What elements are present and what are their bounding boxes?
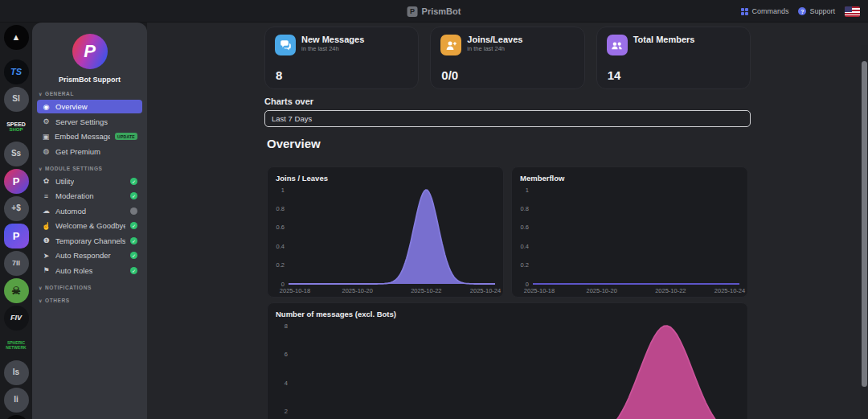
- sidebar-item-auto-responder[interactable]: ➤Auto Responder✓: [37, 249, 142, 262]
- sidebar: P PrismBot Support ∨GENERAL◉Overview⚙Ser…: [32, 23, 147, 419]
- server-netwerk[interactable]: SPHERICNETWERK: [4, 333, 29, 358]
- range-select-value: Last 7 Days: [272, 114, 312, 123]
- automod-icon: ☁: [42, 207, 51, 215]
- channel-icon: ❶: [42, 236, 51, 244]
- server-art[interactable]: ▲: [4, 25, 29, 50]
- scrollbar-track[interactable]: [861, 45, 868, 419]
- section-label: NOTIFICATIONS: [45, 285, 92, 290]
- stat-cards: New Messagesin the last 24h8Joins/Leaves…: [264, 27, 751, 89]
- svg-text:6: 6: [285, 351, 288, 358]
- sidebar-item-automod[interactable]: ☁Automod: [37, 204, 142, 218]
- server-p-gradient[interactable]: P: [4, 169, 29, 194]
- stat-text: Joins/Leavesin the last 24h: [467, 35, 522, 52]
- svg-text:0.8: 0.8: [521, 205, 529, 212]
- svg-text:2025-10-22: 2025-10-22: [655, 287, 686, 294]
- module-status-on-icon: ✓: [130, 237, 137, 244]
- stat-value: 14: [608, 68, 621, 82]
- area-series: [289, 190, 495, 284]
- sidebar-item-label: Auto Responder: [55, 251, 111, 260]
- svg-text:1: 1: [526, 187, 529, 194]
- rail-line: NETWERK: [6, 346, 26, 350]
- section-label: MODULE SETTINGS: [45, 166, 102, 171]
- sidebar-section-module-settings[interactable]: ∨MODULE SETTINGS: [39, 166, 141, 171]
- prismbot-logo-icon: P: [407, 6, 418, 17]
- chevron-down-icon: ∨: [39, 91, 43, 97]
- server-7ii[interactable]: 7II: [4, 251, 29, 276]
- overview-heading: Overview: [267, 137, 751, 150]
- utility-icon: ✿: [42, 177, 51, 185]
- sidebar-item-label: Embed Messages: [55, 132, 110, 141]
- sidebar-item-overview[interactable]: ◉Overview: [37, 100, 142, 113]
- server-is[interactable]: Is: [4, 360, 29, 385]
- stat-value: 8: [276, 68, 282, 82]
- server-rail: ▲TSSISPEEDSHOPSsP+$P7II☠FIVSPHERICNETWER…: [0, 23, 32, 419]
- moderation-icon: ≡: [42, 192, 51, 200]
- rail-label: Ii: [14, 396, 18, 405]
- svg-text:2: 2: [285, 408, 288, 415]
- rail-label: +$: [11, 204, 20, 213]
- gear-icon: ⚙: [42, 117, 51, 125]
- sidebar-item-label: Utility: [55, 177, 74, 186]
- chevron-down-icon: ∨: [39, 285, 43, 290]
- sidebar-section-notifications[interactable]: ∨NOTIFICATIONS: [39, 285, 141, 290]
- server-zombie[interactable]: ☠: [4, 278, 29, 303]
- premium-icon: ◍: [42, 147, 51, 155]
- commands-button[interactable]: Commands: [741, 7, 788, 15]
- sidebar-item-temporary-channels[interactable]: ❶Temporary Channels✓: [37, 234, 142, 248]
- sidebar-item-label: Welcome & Goodbye: [55, 221, 125, 230]
- scrollbar-thumb[interactable]: [862, 61, 867, 387]
- server-ss[interactable]: Ss: [4, 142, 29, 166]
- sidebar-item-label: Moderation: [55, 191, 94, 200]
- stat-subtitle: in the last 24h: [467, 45, 522, 52]
- charts-over-label: Charts over: [264, 97, 751, 106]
- server-ii[interactable]: Ii: [4, 388, 29, 413]
- send-icon: ➤: [42, 252, 51, 260]
- server-plus[interactable]: +$: [4, 196, 29, 221]
- sidebar-item-embed-messages[interactable]: ▣Embed MessagesUPDATE: [37, 129, 142, 143]
- svg-text:2025-10-20: 2025-10-20: [586, 287, 616, 294]
- sidebar-item-welcome-goodbye[interactable]: ☝Welcome & Goodbye✓: [37, 219, 142, 232]
- sidebar-item-moderation[interactable]: ≡Moderation✓: [37, 189, 142, 203]
- rail-label: P: [13, 231, 20, 242]
- topbar: P PrismBot Commands ? Support: [0, 0, 868, 23]
- support-button[interactable]: ? Support: [798, 7, 835, 15]
- module-status-on-icon: ✓: [130, 222, 137, 229]
- server-boy[interactable]: BOY.: [4, 415, 29, 419]
- range-select[interactable]: Last 7 Days: [264, 110, 751, 127]
- sidebar-item-auto-roles[interactable]: ⚑Auto Roles✓: [37, 264, 142, 277]
- stat-head: New Messagesin the last 24h: [275, 35, 408, 55]
- chevron-down-icon: ∨: [39, 298, 43, 303]
- wave-icon: ☝: [42, 222, 51, 230]
- support-label: Support: [809, 7, 835, 15]
- stat-title: Total Members: [633, 35, 695, 44]
- sidebar-item-get-premium[interactable]: ◍Get Premium: [37, 145, 142, 158]
- svg-text:0.6: 0.6: [276, 224, 285, 231]
- svg-text:0.8: 0.8: [276, 205, 285, 212]
- user-plus-icon: [440, 35, 461, 55]
- rail-label: TS: [10, 68, 22, 77]
- chart-title: Memberflow: [512, 167, 747, 183]
- sidebar-section-others[interactable]: ∨OTHERS: [39, 298, 141, 303]
- members-icon: [607, 35, 628, 55]
- section-label: OTHERS: [45, 298, 70, 303]
- section-label: GENERAL: [45, 91, 74, 97]
- brand-name: PrismBot: [422, 6, 461, 16]
- commands-label: Commands: [751, 7, 788, 15]
- svg-text:0.2: 0.2: [276, 261, 285, 269]
- server-prismbot-active[interactable]: P: [4, 224, 29, 249]
- us-flag-icon[interactable]: [845, 6, 860, 17]
- server-ts[interactable]: TS: [4, 60, 29, 84]
- svg-text:4: 4: [285, 380, 288, 387]
- server-si[interactable]: SI: [4, 87, 29, 112]
- server-fiv[interactable]: FIV: [4, 306, 29, 331]
- server-speedshop[interactable]: SPEEDSHOP: [4, 114, 29, 139]
- sidebar-item-server-settings[interactable]: ⚙Server Settings: [37, 115, 142, 129]
- svg-text:1: 1: [281, 187, 285, 194]
- chart-row: Joins / Leaves00.20.40.60.812025-10-1820…: [264, 166, 751, 298]
- rail-line: SHOP: [9, 127, 23, 132]
- sidebar-item-utility[interactable]: ✿Utility✓: [37, 175, 142, 188]
- svg-text:2025-10-18: 2025-10-18: [524, 287, 555, 294]
- svg-text:8: 8: [285, 322, 288, 330]
- chart-canvas: 00.20.40.60.812025-10-182025-10-202025-1…: [512, 183, 747, 298]
- sidebar-section-general[interactable]: ∨GENERAL: [39, 91, 141, 97]
